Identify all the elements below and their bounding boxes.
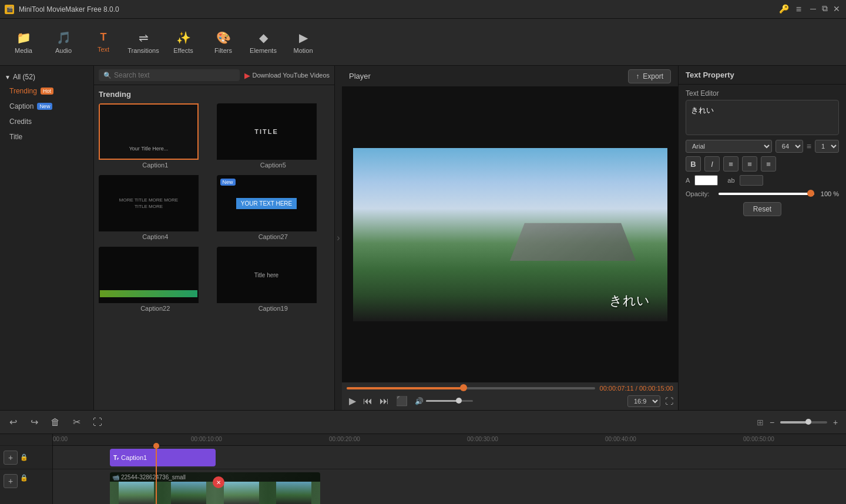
preset-caption5[interactable]: TITLE Caption5 [217, 103, 330, 170]
preset-caption27[interactable]: New YOUR TEXT HERE Caption27 [217, 175, 330, 242]
search-input[interactable] [114, 71, 235, 79]
align-center-button[interactable]: ≡ [742, 156, 757, 172]
download-youtube-button[interactable]: ▶ Download YouTube Videos [244, 71, 330, 80]
preset-caption1-label: Caption1 [99, 160, 212, 170]
volume-icon[interactable]: 🔊 [415, 397, 424, 405]
restore-button[interactable]: ⧉ [820, 4, 830, 14]
motion-label: Motion [293, 47, 313, 54]
toolbar-transitions[interactable]: ⇌ Transitions [125, 22, 162, 63]
bg-color-swatch[interactable] [740, 175, 763, 186]
preset-caption1[interactable]: Your Title Here... Caption1 [99, 103, 212, 170]
add-track-button[interactable]: + [4, 451, 18, 465]
text-editor-box[interactable]: きれい [686, 100, 839, 135]
text-track-lock-icon[interactable]: 🔒 [20, 453, 28, 461]
stop-button[interactable]: ⬛ [394, 394, 410, 408]
toolbar-media[interactable]: 📁 Media [5, 22, 42, 63]
delete-button[interactable]: 🗑 [47, 414, 63, 431]
timescale: 00:00 00:00:10:00 00:00:20:00 00:00:30:0… [53, 434, 846, 446]
text-color-swatch[interactable] [694, 175, 718, 186]
aspect-ratio-select[interactable]: 16:9 9:16 1:1 [627, 395, 660, 407]
sidebar-item-trending[interactable]: Trending Hot [0, 83, 93, 99]
toolbar-audio[interactable]: 🎵 Audio [45, 22, 82, 63]
timeline: ↩ ↪ 🗑 ✂ ⛶ ⊞ − + + 🔒 + � [0, 410, 846, 504]
undo-button[interactable]: ↩ [5, 414, 21, 431]
text-color-label: A [686, 177, 690, 184]
text-editor-content: きれい [691, 106, 714, 115]
zoom-out-button[interactable]: − [766, 416, 778, 428]
align-right-button[interactable]: ≡ [761, 156, 776, 172]
font-controls: Arial 64 ≡ 1 [686, 140, 839, 153]
minimize-button[interactable]: ─ [808, 4, 818, 14]
toolbar-elements[interactable]: ◆ Elements [244, 22, 282, 63]
play-button[interactable]: ▶ [347, 394, 358, 408]
timeline-content: + 🔒 + 🔒 ♪ 🔒 00:00 00:00:10:00 00:00:20:0… [0, 434, 846, 504]
preset-caption22[interactable]: Caption22 [99, 247, 212, 314]
toolbar-motion[interactable]: ▶ Motion [284, 22, 322, 63]
bold-button[interactable]: B [686, 156, 701, 172]
sidebar-item-title[interactable]: Title [0, 129, 93, 145]
reset-button[interactable]: Reset [743, 202, 781, 216]
caption-badge: New [37, 103, 52, 110]
close-button[interactable]: ✕ [832, 4, 841, 14]
toolbar-effects[interactable]: ✨ Effects [164, 22, 202, 63]
control-buttons: ▶ ⏮ ⏭ ⬛ 🔊 16:9 9:16 1:1 ⛶ [347, 394, 673, 408]
trending-label: Trending [9, 87, 37, 95]
caption-clip[interactable]: Tᵣ Caption1 [110, 449, 216, 466]
search-box[interactable]: 🔍 [99, 69, 240, 81]
search-icon: 🔍 [103, 72, 112, 79]
text-property-title: Text Property [686, 70, 734, 79]
menu-icon[interactable]: ≡ [796, 4, 801, 15]
progress-bar-container: 00:00:07:11 / 00:00:15:00 [347, 385, 673, 392]
preset-caption4[interactable]: MORE TITLE MORE MORETITLE MORE Caption4 [99, 175, 212, 242]
timemark-1: 00:00:10:00 [191, 436, 222, 442]
prev-frame-button[interactable]: ⏮ [361, 395, 375, 408]
add-video-track-button[interactable]: + [4, 474, 18, 488]
media-icon: 📁 [16, 31, 31, 45]
zoom-handle[interactable] [805, 419, 811, 425]
cut-button[interactable]: ✂ [68, 414, 85, 431]
volume-handle[interactable] [456, 398, 462, 404]
timeline-tracks: 00:00 00:00:10:00 00:00:20:00 00:00:30:0… [53, 434, 846, 504]
panel-separator[interactable] [335, 66, 342, 410]
preset-caption1-thumb: Your Title Here... [99, 103, 199, 160]
sidebar-item-caption[interactable]: Caption New [0, 99, 93, 114]
progress-handle[interactable] [460, 384, 467, 391]
video-track-label-row: + 🔒 [0, 469, 52, 504]
video-track-row: 📹 22544-328624736_small ✕ [53, 469, 846, 504]
progress-track[interactable] [347, 387, 595, 389]
toolbar-text[interactable]: T Text [85, 22, 122, 63]
key-icon: 🔑 [779, 4, 789, 15]
all-category-header[interactable]: ▼ All (52) [0, 70, 93, 83]
titlebar: 🎬 MiniTool MovieMaker Free 8.0.0 🔑 ≡ ─ ⧉… [0, 0, 846, 19]
redo-button[interactable]: ↪ [26, 414, 42, 431]
zoom-track[interactable] [780, 421, 827, 424]
align-left-button[interactable]: ≡ [723, 156, 738, 172]
player-header: Player ↑ Export [342, 66, 678, 87]
opacity-handle[interactable] [807, 190, 814, 197]
timemark-3: 00:00:30:00 [467, 436, 498, 442]
volume-track[interactable] [426, 400, 473, 402]
video-track-lock-icon[interactable]: 🔒 [20, 474, 28, 482]
crop-button[interactable]: ⛶ [89, 414, 106, 431]
elements-icon: ◆ [259, 31, 268, 45]
left-panel: ▼ All (52) Trending Hot Caption New Cred… [0, 66, 94, 410]
export-button[interactable]: ↑ Export [628, 69, 671, 83]
preset-caption19[interactable]: Title here Caption19 [217, 247, 330, 314]
credits-label: Credits [9, 117, 32, 126]
audio-icon: 🎵 [56, 31, 71, 45]
italic-button[interactable]: I [704, 156, 720, 172]
split-marker: ✕ [213, 476, 224, 488]
text-track-row: Tᵣ Caption1 [53, 446, 846, 469]
download-label: Download YouTube Videos [253, 72, 330, 79]
font-select[interactable]: Arial [686, 140, 772, 153]
font-size-select[interactable]: 64 [776, 140, 803, 153]
sidebar-item-credits[interactable]: Credits [0, 114, 93, 129]
motion-icon: ▶ [299, 31, 308, 45]
opacity-track[interactable] [719, 193, 814, 195]
zoom-in-button[interactable]: + [830, 416, 841, 428]
next-frame-button[interactable]: ⏭ [377, 395, 391, 408]
line-height-select[interactable]: 1 [815, 140, 839, 153]
effects-icon: ✨ [176, 31, 191, 45]
fullscreen-button[interactable]: ⛶ [665, 397, 673, 406]
toolbar-filters[interactable]: 🎨 Filters [204, 22, 242, 63]
